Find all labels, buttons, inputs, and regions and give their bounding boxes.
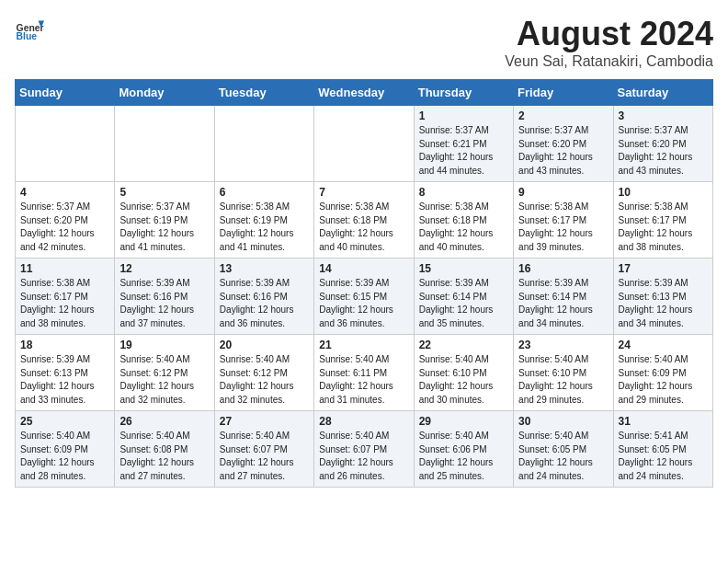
day-info: Sunrise: 5:40 AM Sunset: 6:05 PM Dayligh…	[518, 431, 593, 481]
day-number: 29	[419, 415, 508, 428]
day-number: 5	[119, 186, 209, 199]
day-cell: 24Sunrise: 5:40 AM Sunset: 6:09 PM Dayli…	[613, 335, 712, 411]
day-number: 31	[619, 415, 708, 428]
header-cell-thursday: Thursday	[414, 80, 513, 106]
day-cell: 9Sunrise: 5:38 AM Sunset: 6:17 PM Daylig…	[514, 182, 613, 259]
week-row-1: 4Sunrise: 5:37 AM Sunset: 6:20 PM Daylig…	[16, 182, 713, 259]
day-info: Sunrise: 5:40 AM Sunset: 6:09 PM Dayligh…	[619, 354, 693, 405]
day-cell	[314, 106, 414, 182]
day-cell: 2Sunrise: 5:37 AM Sunset: 6:20 PM Daylig…	[514, 106, 613, 182]
day-cell: 17Sunrise: 5:39 AM Sunset: 6:13 PM Dayli…	[613, 259, 712, 335]
day-info: Sunrise: 5:40 AM Sunset: 6:12 PM Dayligh…	[119, 354, 194, 405]
day-number: 13	[220, 262, 309, 275]
day-number: 25	[20, 415, 109, 428]
day-cell: 20Sunrise: 5:40 AM Sunset: 6:12 PM Dayli…	[214, 335, 313, 411]
svg-text:Blue: Blue	[17, 31, 38, 41]
logo: General Blue	[15, 15, 44, 44]
day-number: 20	[220, 339, 309, 351]
day-info: Sunrise: 5:40 AM Sunset: 6:10 PM Dayligh…	[419, 354, 494, 405]
day-cell	[115, 106, 214, 182]
week-row-2: 11Sunrise: 5:38 AM Sunset: 6:17 PM Dayli…	[16, 259, 713, 335]
header-cell-sunday: Sunday	[16, 80, 115, 106]
day-number: 12	[119, 262, 209, 275]
day-number: 17	[619, 262, 708, 275]
day-cell: 12Sunrise: 5:39 AM Sunset: 6:16 PM Dayli…	[115, 259, 214, 335]
title-area: August 2024 Veun Sai, Ratanakiri, Cambod…	[505, 15, 713, 70]
day-info: Sunrise: 5:39 AM Sunset: 6:14 PM Dayligh…	[518, 278, 593, 328]
day-info: Sunrise: 5:38 AM Sunset: 6:18 PM Dayligh…	[319, 201, 393, 252]
day-cell: 4Sunrise: 5:37 AM Sunset: 6:20 PM Daylig…	[16, 182, 115, 259]
day-number: 19	[119, 339, 209, 351]
day-info: Sunrise: 5:40 AM Sunset: 6:11 PM Dayligh…	[319, 354, 393, 405]
day-info: Sunrise: 5:40 AM Sunset: 6:10 PM Dayligh…	[518, 354, 593, 405]
day-info: Sunrise: 5:38 AM Sunset: 6:19 PM Dayligh…	[220, 201, 294, 252]
day-info: Sunrise: 5:37 AM Sunset: 6:20 PM Dayligh…	[20, 201, 95, 252]
day-info: Sunrise: 5:37 AM Sunset: 6:21 PM Dayligh…	[419, 125, 494, 176]
day-cell: 6Sunrise: 5:38 AM Sunset: 6:19 PM Daylig…	[214, 182, 313, 259]
day-info: Sunrise: 5:40 AM Sunset: 6:08 PM Dayligh…	[119, 431, 194, 481]
day-number: 18	[20, 339, 109, 351]
day-number: 30	[518, 415, 608, 428]
day-cell: 28Sunrise: 5:40 AM Sunset: 6:07 PM Dayli…	[314, 411, 414, 488]
day-number: 15	[419, 262, 508, 275]
day-cell: 10Sunrise: 5:38 AM Sunset: 6:17 PM Dayli…	[613, 182, 712, 259]
day-number: 10	[619, 186, 708, 199]
day-cell	[16, 106, 115, 182]
day-number: 4	[20, 186, 109, 199]
day-cell: 22Sunrise: 5:40 AM Sunset: 6:10 PM Dayli…	[414, 335, 513, 411]
day-cell: 29Sunrise: 5:40 AM Sunset: 6:06 PM Dayli…	[414, 411, 513, 488]
day-number: 14	[319, 262, 408, 275]
day-cell: 25Sunrise: 5:40 AM Sunset: 6:09 PM Dayli…	[16, 411, 115, 488]
calendar-header: SundayMondayTuesdayWednesdayThursdayFrid…	[16, 80, 713, 106]
day-number: 2	[518, 109, 608, 122]
calendar-table: SundayMondayTuesdayWednesdayThursdayFrid…	[15, 79, 713, 488]
day-number: 9	[518, 186, 608, 199]
day-info: Sunrise: 5:39 AM Sunset: 6:13 PM Dayligh…	[619, 278, 693, 328]
logo-icon: General Blue	[15, 15, 44, 44]
day-number: 3	[619, 109, 708, 122]
header-cell-monday: Monday	[115, 80, 214, 106]
day-cell	[214, 106, 313, 182]
header-row: SundayMondayTuesdayWednesdayThursdayFrid…	[16, 80, 713, 106]
day-cell: 26Sunrise: 5:40 AM Sunset: 6:08 PM Dayli…	[115, 411, 214, 488]
day-cell: 14Sunrise: 5:39 AM Sunset: 6:15 PM Dayli…	[314, 259, 414, 335]
day-cell: 19Sunrise: 5:40 AM Sunset: 6:12 PM Dayli…	[115, 335, 214, 411]
day-info: Sunrise: 5:37 AM Sunset: 6:20 PM Dayligh…	[619, 125, 693, 176]
day-info: Sunrise: 5:38 AM Sunset: 6:17 PM Dayligh…	[20, 278, 95, 328]
day-info: Sunrise: 5:39 AM Sunset: 6:13 PM Dayligh…	[20, 354, 95, 405]
day-number: 27	[220, 415, 309, 428]
day-cell: 1Sunrise: 5:37 AM Sunset: 6:21 PM Daylig…	[414, 106, 513, 182]
header-cell-wednesday: Wednesday	[314, 80, 414, 106]
day-info: Sunrise: 5:37 AM Sunset: 6:20 PM Dayligh…	[518, 125, 593, 176]
day-cell: 30Sunrise: 5:40 AM Sunset: 6:05 PM Dayli…	[514, 411, 613, 488]
day-info: Sunrise: 5:40 AM Sunset: 6:09 PM Dayligh…	[20, 431, 95, 481]
day-info: Sunrise: 5:40 AM Sunset: 6:12 PM Dayligh…	[220, 354, 294, 405]
day-number: 21	[319, 339, 408, 351]
day-info: Sunrise: 5:40 AM Sunset: 6:06 PM Dayligh…	[419, 431, 494, 481]
subtitle: Veun Sai, Ratanakiri, Cambodia	[505, 53, 713, 70]
day-cell: 16Sunrise: 5:39 AM Sunset: 6:14 PM Dayli…	[514, 259, 613, 335]
header-cell-tuesday: Tuesday	[214, 80, 313, 106]
day-info: Sunrise: 5:39 AM Sunset: 6:14 PM Dayligh…	[419, 278, 494, 328]
day-number: 6	[220, 186, 309, 199]
day-info: Sunrise: 5:40 AM Sunset: 6:07 PM Dayligh…	[220, 431, 294, 481]
day-cell: 3Sunrise: 5:37 AM Sunset: 6:20 PM Daylig…	[613, 106, 712, 182]
day-number: 28	[319, 415, 408, 428]
day-cell: 23Sunrise: 5:40 AM Sunset: 6:10 PM Dayli…	[514, 335, 613, 411]
day-cell: 18Sunrise: 5:39 AM Sunset: 6:13 PM Dayli…	[16, 335, 115, 411]
header-cell-friday: Friday	[514, 80, 613, 106]
day-cell: 15Sunrise: 5:39 AM Sunset: 6:14 PM Dayli…	[414, 259, 513, 335]
day-info: Sunrise: 5:39 AM Sunset: 6:16 PM Dayligh…	[119, 278, 194, 328]
week-row-0: 1Sunrise: 5:37 AM Sunset: 6:21 PM Daylig…	[16, 106, 713, 182]
day-cell: 27Sunrise: 5:40 AM Sunset: 6:07 PM Dayli…	[214, 411, 313, 488]
day-info: Sunrise: 5:38 AM Sunset: 6:17 PM Dayligh…	[518, 201, 593, 252]
day-info: Sunrise: 5:39 AM Sunset: 6:15 PM Dayligh…	[319, 278, 393, 328]
day-cell: 5Sunrise: 5:37 AM Sunset: 6:19 PM Daylig…	[115, 182, 214, 259]
day-info: Sunrise: 5:38 AM Sunset: 6:17 PM Dayligh…	[619, 201, 693, 252]
day-number: 1	[419, 109, 508, 122]
day-info: Sunrise: 5:39 AM Sunset: 6:16 PM Dayligh…	[220, 278, 294, 328]
day-number: 8	[419, 186, 508, 199]
day-number: 26	[119, 415, 209, 428]
day-cell: 13Sunrise: 5:39 AM Sunset: 6:16 PM Dayli…	[214, 259, 313, 335]
day-number: 24	[619, 339, 708, 351]
